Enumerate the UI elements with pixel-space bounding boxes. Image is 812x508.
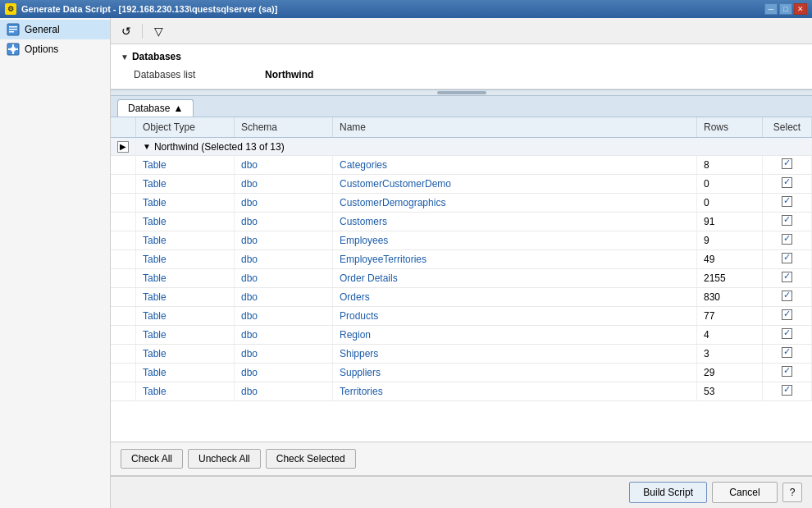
schema-link-3[interactable]: dbo [241,216,258,227]
row-name-4: Employees [333,231,697,249]
object-type-link-2[interactable]: Table [143,197,167,208]
row-rows-2: 0 [697,193,763,212]
object-type-link-0[interactable]: Table [143,159,167,171]
minimize-button[interactable]: ─ [764,3,778,15]
row-select-4[interactable] [763,231,812,249]
row-select-3[interactable] [763,212,812,231]
name-link-8[interactable]: Products [340,310,378,322]
checkbox-icon-5[interactable] [782,253,792,263]
name-link-0[interactable]: Categories [340,159,387,171]
object-type-link-11[interactable]: Table [143,367,167,378]
object-type-link-4[interactable]: Table [143,235,167,246]
row-select-0[interactable] [763,155,812,174]
group-expand-cell[interactable]: ▶ [111,138,136,156]
schema-link-12[interactable]: dbo [241,386,258,397]
object-type-link-7[interactable]: Table [143,291,167,303]
help-button[interactable]: ? [782,483,802,502]
object-type-link-8[interactable]: Table [143,310,167,322]
row-select-1[interactable] [763,174,812,193]
group-collapse-icon: ▼ [143,142,151,151]
object-type-link-10[interactable]: Table [143,348,167,359]
checkbox-icon-8[interactable] [782,309,792,320]
row-select-10[interactable] [763,344,812,363]
row-select-6[interactable] [763,268,812,287]
row-expand-cell-4 [111,231,136,249]
name-link-7[interactable]: Orders [340,291,370,303]
checkbox-icon-0[interactable] [782,158,792,169]
object-type-link-12[interactable]: Table [143,386,167,397]
name-link-12[interactable]: Territories [340,386,383,397]
row-select-8[interactable] [763,306,812,325]
col-header-select: Select [763,117,812,138]
sidebar-item-general[interactable]: General [0,20,110,39]
name-link-4[interactable]: Employees [340,235,388,246]
object-type-link-5[interactable]: Table [143,254,167,265]
schema-link-1[interactable]: dbo [241,178,258,190]
name-link-6[interactable]: Order Details [340,272,398,284]
schema-link-7[interactable]: dbo [241,291,258,303]
checkbox-icon-9[interactable] [782,328,792,339]
row-name-5: EmployeeTerritories [333,249,697,268]
object-type-link-9[interactable]: Table [143,329,167,341]
checkbox-icon-1[interactable] [782,177,792,188]
tab-database[interactable]: Database ▲ [117,99,194,117]
row-select-9[interactable] [763,325,812,344]
row-schema-7: dbo [235,287,333,306]
table-wrapper[interactable]: Object Type Schema Name Rows Select ▶ ▼ … [111,117,812,442]
schema-link-5[interactable]: dbo [241,254,258,265]
uncheck-all-button[interactable]: Uncheck All [188,449,261,469]
row-expand-cell-12 [111,382,136,400]
checkbox-icon-3[interactable] [782,215,792,226]
sidebar-item-options[interactable]: Options [0,39,110,59]
row-name-11: Suppliers [333,363,697,382]
collapse-arrow-icon[interactable]: ▼ [121,53,129,62]
schema-link-9[interactable]: dbo [241,329,258,341]
object-type-link-6[interactable]: Table [143,272,167,284]
checkbox-icon-6[interactable] [782,272,792,282]
row-select-5[interactable] [763,249,812,268]
row-object-type-5: Table [136,249,235,268]
checkbox-icon-11[interactable] [782,366,792,377]
schema-link-8[interactable]: dbo [241,310,258,322]
cancel-button[interactable]: Cancel [712,482,778,503]
splitter[interactable] [111,89,812,96]
object-type-link-3[interactable]: Table [143,216,167,227]
name-link-3[interactable]: Customers [340,216,387,227]
filter-button[interactable]: ▽ [149,22,167,40]
row-object-type-3: Table [136,212,235,231]
restore-button[interactable]: □ [779,3,792,15]
checkbox-icon-10[interactable] [782,347,792,358]
col-header-rows: Rows [697,117,763,138]
schema-link-6[interactable]: dbo [241,272,258,284]
name-link-11[interactable]: Suppliers [340,367,381,378]
databases-list-row: Databases list Northwind [121,67,802,82]
row-select-11[interactable] [763,363,812,382]
name-link-2[interactable]: CustomerDemographics [340,197,445,208]
schema-link-10[interactable]: dbo [241,348,258,359]
checkbox-icon-2[interactable] [782,196,792,207]
name-link-5[interactable]: EmployeeTerritories [340,254,427,265]
checkbox-icon-12[interactable] [782,385,792,396]
name-link-10[interactable]: Shippers [340,348,378,359]
schema-link-0[interactable]: dbo [241,159,258,171]
table-row: Table dbo Orders 830 [111,287,812,306]
build-script-button[interactable]: Build Script [629,482,707,503]
schema-link-4[interactable]: dbo [241,235,258,246]
checkbox-icon-4[interactable] [782,234,792,245]
row-select-2[interactable] [763,193,812,212]
schema-link-11[interactable]: dbo [241,367,258,378]
object-type-link-1[interactable]: Table [143,178,167,190]
check-selected-button[interactable]: Check Selected [266,449,356,469]
row-select-7[interactable] [763,287,812,306]
check-all-button[interactable]: Check All [121,449,183,469]
expand-icon[interactable]: ▶ [117,141,129,153]
row-rows-3: 91 [697,212,763,231]
row-name-0: Categories [333,155,697,174]
schema-link-2[interactable]: dbo [241,197,258,208]
name-link-9[interactable]: Region [340,329,371,341]
refresh-button[interactable]: ↺ [117,22,135,40]
name-link-1[interactable]: CustomerCustomerDemo [340,178,451,190]
close-button[interactable]: ✕ [794,3,807,15]
row-select-12[interactable] [763,382,812,400]
checkbox-icon-7[interactable] [782,291,792,301]
